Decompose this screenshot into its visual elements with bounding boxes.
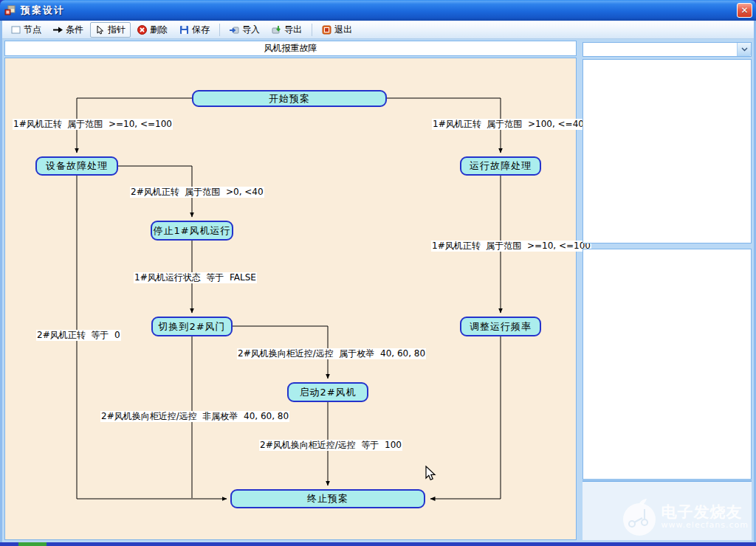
delete-icon [137,25,147,35]
import-icon [230,25,239,35]
mouse-cursor [425,466,437,482]
pointer-cursor-icon [95,25,105,35]
flow-connectors [5,58,577,541]
property-panel-top [583,59,752,243]
node-button[interactable]: 节点 [6,22,47,38]
pointer-button[interactable]: 指针 [90,22,131,38]
toolbar-separator [219,24,220,36]
export-icon [272,25,281,35]
watermark: 电子发烧友 www.elecfans.com [620,496,749,537]
flow-node-equipment-fault[interactable]: 设备故障处理 [35,156,118,176]
flow-canvas[interactable]: 开始预案 设备故障处理 运行故障处理 停止1#风机运行 切换到2#风门 调整运行… [4,58,577,540]
delete-button[interactable]: 删除 [132,22,173,38]
watermark-brand: 电子发烧友 [662,504,749,520]
edge-label[interactable]: 2#风机换向柜近控/远控 属于枚举 40, 60, 80 [237,348,426,359]
exit-icon [322,25,331,35]
exit-button[interactable]: 退出 [317,22,357,38]
export-button[interactable]: 导出 [267,22,307,38]
edge-label[interactable]: 2#风机正转 属于范围 >0, <40 [130,187,264,198]
edge-label[interactable]: 1#风机运行状态 等于 FALSE [134,272,257,283]
close-button[interactable]: ✕ [737,3,752,18]
flow-node-run-fault[interactable]: 运行故障处理 [460,156,541,176]
node-icon [11,25,21,35]
flow-node-stop-fan1[interactable]: 停止1#风机运行 [151,221,233,241]
condition-arrow-icon [53,25,63,35]
flow-node-switch-damper2[interactable]: 切换到2#风门 [151,317,233,336]
window-title: 预案设计 [21,4,65,17]
title-bar: 预案设计 ✕ [0,0,756,21]
app-icon [4,4,16,16]
save-button[interactable]: 保存 [174,22,215,38]
taskbar-start-fragment [18,542,47,546]
plan-combobox[interactable] [583,42,752,57]
chevron-down-icon [741,47,748,52]
edge-label[interactable]: 2#风机换向柜近控/远控 等于 100 [259,440,402,451]
elecfans-logo-icon [620,496,659,537]
edge-label[interactable]: 1#风机正转 属于范围 >=10, <=100 [431,241,591,252]
edge-label[interactable]: 2#风机正转 等于 0 [36,330,121,341]
combobox-value [583,43,737,56]
save-icon [179,25,189,35]
status-panel: 电子发烧友 www.elecfans.com [583,480,752,540]
taskbar-strip [0,542,756,546]
toolbar: 节点 条件 指针 删除 保存 导入 导出 退出 [2,21,754,39]
flow-node-end-plan[interactable]: 终止预案 [230,489,425,508]
watermark-url: www.elecfans.com [662,520,749,530]
combobox-dropdown-button[interactable] [737,43,751,56]
import-button[interactable]: 导入 [224,22,265,38]
flow-title: 风机报重故障 [264,42,317,55]
toolbar-separator [312,24,312,36]
flow-node-start-fan2[interactable]: 启动2#风机 [287,382,368,402]
flow-node-start-plan[interactable]: 开始预案 [192,90,387,107]
edge-label[interactable]: 2#风机换向柜近控/远控 非属枚举 40, 60, 80 [100,411,289,422]
flow-node-adjust-frequency[interactable]: 调整运行频率 [460,317,541,336]
edge-label[interactable]: 1#风机正转 属于范围 >=10, <=100 [13,119,173,130]
edge-label[interactable]: 1#风机正转 属于范围 >100, <=400 [432,119,591,130]
property-panel-bottom [583,249,752,480]
condition-button[interactable]: 条件 [48,22,89,38]
flow-title-bar: 风机报重故障 [4,41,577,56]
